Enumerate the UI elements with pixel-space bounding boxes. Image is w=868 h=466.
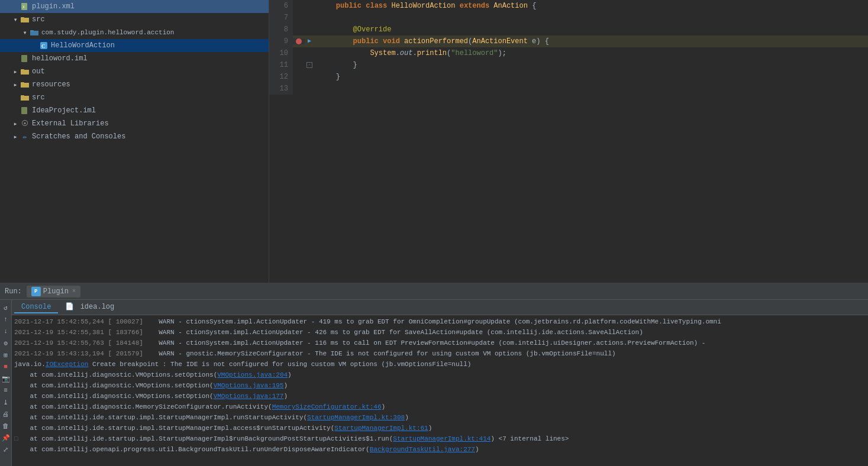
sidebar-label-helloword-iml: helloword.iml <box>32 54 88 63</box>
sidebar-item-scratches[interactable]: ▸ ✏ Scratches and Consoles <box>0 130 269 143</box>
run-tab-close-button[interactable]: × <box>72 288 76 295</box>
console-line-5: java.io.IOException Create breakpoint : … <box>14 359 866 370</box>
console-line-4: 2021-12-19 15:43:13,194 [ 201579] WARN -… <box>14 348 866 359</box>
sidebar-item-ideaproject[interactable]: IdeaProject.iml <box>0 104 269 117</box>
camera-button[interactable]: 📷 <box>1 373 11 384</box>
stack-prefix-4: at com.intellij.diagnostic.MemorySizeCon… <box>14 403 272 410</box>
scroll-down-button[interactable]: ↓ <box>1 326 11 336</box>
code-line-13: 13 <box>269 83 868 95</box>
code-editor[interactable]: 6 public class HelloWordAction extends A… <box>269 0 868 283</box>
stack-prefix-3: at com.intellij.diagnostic.VMOptions.set… <box>14 393 214 400</box>
stack-link-3[interactable]: VMOptions.java:177 <box>214 393 284 400</box>
left-tool-panel: ↺ ↑ ↓ ⚙ ⊞ ■ 📷 ≡ ⤓ 🖨 🗑 📌 ⤢ <box>0 300 12 466</box>
scroll-up-button[interactable]: ↑ <box>1 314 11 325</box>
console-line-3: 2021-12-19 15:42:55,763 [ 184148] WARN -… <box>14 338 866 348</box>
sidebar-label-package: com.study.plugin.helloword.acction <box>41 29 174 36</box>
code-line-7: 7 <box>269 12 868 24</box>
line-fold-11: - <box>305 62 314 68</box>
line-content-12: } <box>314 71 868 83</box>
stack-link-8[interactable]: BackgroundTaskUtil.java:277 <box>370 446 475 453</box>
sidebar-label-scratches: Scratches and Consoles <box>32 132 125 141</box>
sidebar-item-helloworldaction[interactable]: C HelloWordAction <box>0 39 269 52</box>
sidebar-label-resources: resources <box>32 80 70 89</box>
console-line-13: at com.intellij.openapi.progress.util.Ba… <box>14 444 866 455</box>
chevron-right-scratch: ▸ <box>12 133 19 140</box>
settings-button[interactable]: ⚙ <box>1 338 11 348</box>
tab-idea-log[interactable]: 📄 idea.log <box>58 301 121 313</box>
console-content-area: Console 📄 idea.log 2021-12-17 15:42:55,2… <box>12 300 868 466</box>
sidebar-label-out: out <box>32 67 45 76</box>
run-tab-plugin[interactable]: P Plugin × <box>27 286 80 297</box>
sidebar-item-helloword-iml[interactable]: helloword.iml <box>0 52 269 65</box>
code-editor-area: 6 public class HelloWordAction extends A… <box>269 0 868 283</box>
fold-button-11[interactable]: - <box>306 62 312 68</box>
chevron-empty-src2 <box>12 94 19 101</box>
code-line-11: 11 - } <box>269 59 868 71</box>
chevron-right-resources: ▸ <box>12 81 19 88</box>
stack-link-2[interactable]: VMOptions.java:195 <box>214 382 284 389</box>
folder-resources-icon <box>20 80 30 89</box>
line-prefix-2: 2021-12-19 15:42:55,381 [ 183766] <box>14 329 143 336</box>
iml-icon <box>20 54 30 63</box>
sidebar-item-out[interactable]: ▸ out <box>0 65 269 78</box>
chevron-empty-idea <box>12 107 19 114</box>
plugin-tab-icon: P <box>31 287 41 296</box>
stack-suffix-6: ) <box>428 425 433 432</box>
sidebar-item-package[interactable]: ▾ com.study.plugin.helloword.acction <box>0 26 269 39</box>
line-fold-9: ▶ <box>305 35 314 47</box>
stack-suffix-8: ) <box>475 446 479 453</box>
console-output[interactable]: 2021-12-17 15:42:55,244 [ 100027] WARN -… <box>12 315 868 466</box>
chevron-down-icon: ▾ <box>12 16 19 23</box>
line-prefix-3: 2021-12-19 15:42:55,763 [ 184148] <box>14 339 143 347</box>
console-line-12: □ at com.intellij.ide.startup.impl.Start… <box>14 433 866 444</box>
sidebar-item-src2[interactable]: src <box>0 91 269 104</box>
external-libs-icon: ⦿ <box>20 119 30 128</box>
stack-link-1[interactable]: VMOptions.java:204 <box>217 371 288 378</box>
folder-package-icon <box>30 28 39 37</box>
stack-prefix-5: at com.intellij.ide.startup.impl.Startup… <box>14 414 307 421</box>
stack-suffix-7: ) <7 internal lines> <box>491 435 569 442</box>
stack-prefix-7: at com.intellij.ide.startup.impl.Startup… <box>22 435 393 442</box>
stack-prefix-8: at com.intellij.openapi.progress.util.Ba… <box>14 446 370 453</box>
sidebar-item-external-libs[interactable]: ▸ ⦿ External Libraries <box>0 117 269 130</box>
stack-suffix-1: ) <box>288 371 292 378</box>
console-line-9: at com.intellij.diagnostic.MemorySizeCon… <box>14 402 866 412</box>
console-line-11: at com.intellij.ide.startup.impl.Startup… <box>14 423 866 433</box>
folder-src-icon <box>20 15 30 24</box>
breakpoint-indicator <box>296 38 302 44</box>
stack-link-6[interactable]: StartupManagerImpl.kt:61 <box>334 425 428 432</box>
sidebar-item-resources[interactable]: ▸ resources <box>0 78 269 91</box>
run-bar: Run: P Plugin × <box>0 283 868 300</box>
line-content-10: System.out.println("helloword"); <box>314 47 868 59</box>
line-number-7: 7 <box>269 12 293 24</box>
line-number-8: 8 <box>269 24 293 35</box>
line-content-6: public class HelloWordAction extends AnA… <box>314 0 868 12</box>
expand-button[interactable]: ⤢ <box>1 444 11 455</box>
svg-text:X: X <box>22 5 25 9</box>
file-xml-icon: X <box>20 2 30 11</box>
svg-rect-6 <box>21 55 27 62</box>
stack-suffix-4: ) <box>382 403 386 410</box>
print-button[interactable]: 🖨 <box>1 409 11 419</box>
stack-link-4[interactable]: MemorySizeConfigurator.kt:46 <box>272 403 382 410</box>
stack-link-5[interactable]: StartupManagerImpl.kt:308 <box>307 414 405 421</box>
scroll-end-button[interactable]: ⤓ <box>1 397 11 407</box>
console-line-2: 2021-12-19 15:42:55,381 [ 183766] WARN -… <box>14 327 866 338</box>
filter-button[interactable]: ≡ <box>1 385 11 396</box>
rerun-button[interactable]: ↺ <box>1 302 11 313</box>
pin-button[interactable]: 📌 <box>1 432 11 443</box>
chevron-empty-3 <box>31 42 38 49</box>
line-number-11: 11 <box>269 59 293 71</box>
sidebar-item-plugin-xml[interactable]: X plugin.xml <box>0 0 269 13</box>
svg-rect-3 <box>30 30 34 31</box>
code-line-12: 12 } <box>269 71 868 83</box>
clear-button[interactable]: 🗑 <box>1 420 11 431</box>
stack-link-7[interactable]: StartupManagerImpl.kt:414 <box>393 435 491 442</box>
layout-button[interactable]: ⊞ <box>1 350 11 360</box>
sidebar-item-src[interactable]: ▾ src <box>0 13 269 26</box>
chevron-right-out: ▸ <box>12 68 19 75</box>
tab-console[interactable]: Console <box>14 302 58 313</box>
fold-indicator-line[interactable]: □ <box>14 435 18 442</box>
stop-button[interactable]: ■ <box>1 361 11 372</box>
exception-link[interactable]: IOException <box>46 361 89 368</box>
